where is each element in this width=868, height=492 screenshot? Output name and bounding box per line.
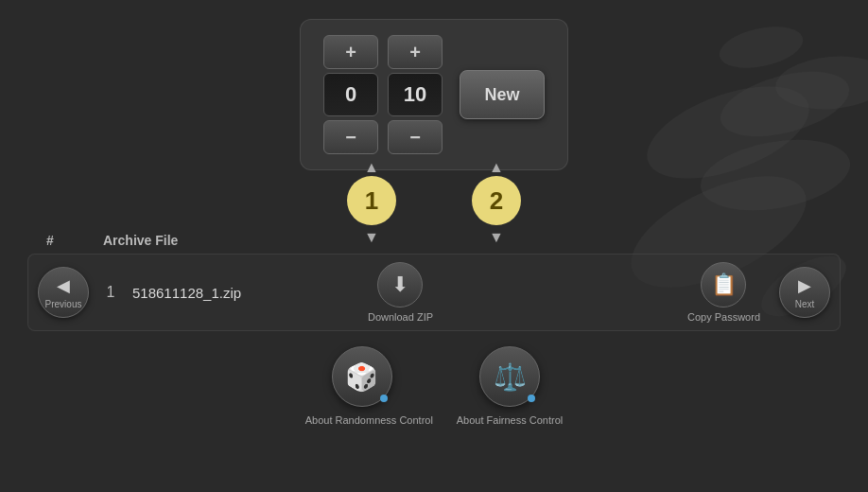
next-label: Next <box>795 299 815 309</box>
download-label: Download ZIP <box>368 311 433 323</box>
bottom-row: 🎲 About Randomness Control ⚖️ About Fair… <box>305 346 564 426</box>
row-filename: 518611128_1.zip <box>132 285 349 301</box>
step-1-arrow-down: ▼ <box>364 229 379 246</box>
download-button[interactable]: ⬇ Download ZIP <box>356 262 444 323</box>
spinner-1-decrement[interactable]: − <box>323 120 378 154</box>
col-header-file: Archive File <box>103 233 822 248</box>
randomness-icon: 🎲 <box>332 346 392 407</box>
steps-row: ▲ 1 ▼ ▲ 2 ▼ <box>347 176 521 225</box>
step-2: ▲ 2 ▼ <box>472 176 521 225</box>
next-button[interactable]: ▶ Next <box>779 267 830 318</box>
next-icon: ▶ <box>798 275 811 296</box>
copy-password-icon: 📋 <box>701 262 746 308</box>
table-row: ◀ Previous 1 518611128_1.zip ⬇ Download … <box>27 254 841 331</box>
spinner-2-value: 10 <box>388 73 443 116</box>
step-1-arrow-up: ▲ <box>364 159 379 176</box>
about-randomness-button[interactable]: 🎲 About Randomness Control <box>305 346 419 426</box>
previous-icon: ◀ <box>57 275 70 296</box>
fairness-dot <box>528 395 535 402</box>
step-2-arrow-down: ▼ <box>489 229 504 246</box>
table-header: # Archive File <box>27 227 841 254</box>
spinner-2-increment[interactable]: + <box>388 35 443 69</box>
randomness-label: About Randomness Control <box>305 414 419 426</box>
randomness-dot <box>380 395 388 402</box>
spinner-2: + 10 − <box>388 35 443 154</box>
spinner-2-decrement[interactable]: − <box>388 120 443 154</box>
step-2-arrow-up: ▲ <box>489 159 504 176</box>
download-icon: ⬇ <box>377 262 423 308</box>
copy-password-label: Copy Password <box>687 311 760 323</box>
about-fairness-button[interactable]: ⚖️ About Fairness Control <box>457 346 564 426</box>
new-button[interactable]: New <box>460 70 545 119</box>
copy-password-button[interactable]: 📋 Copy Password <box>676 262 772 323</box>
table-area: # Archive File ◀ Previous 1 518611128_1.… <box>27 227 841 331</box>
spinner-1-increment[interactable]: + <box>323 35 378 69</box>
spinner-1-value: 0 <box>323 73 378 116</box>
fairness-icon: ⚖️ <box>479 346 540 407</box>
top-panel: + 0 − + 10 − New <box>300 19 568 170</box>
spinner-1: + 0 − <box>323 35 378 154</box>
step-1: ▲ 1 ▼ <box>347 176 396 225</box>
fairness-label: About Fairness Control <box>457 414 564 426</box>
col-header-num: # <box>46 233 84 248</box>
row-number: 1 <box>96 284 125 301</box>
previous-button[interactable]: ◀ Previous <box>38 267 89 318</box>
previous-label: Previous <box>45 299 82 309</box>
